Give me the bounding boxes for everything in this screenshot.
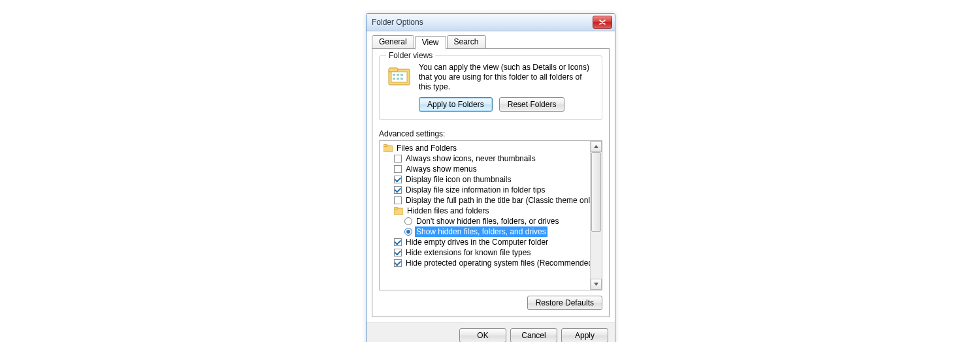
checkbox-icon[interactable] bbox=[394, 155, 402, 163]
opt-display-full-path[interactable]: Display the full path in the title bar (… bbox=[381, 195, 589, 206]
folder-icon bbox=[394, 207, 403, 215]
checkbox-icon[interactable] bbox=[394, 176, 402, 183]
reset-folders-button[interactable]: Reset Folders bbox=[499, 97, 565, 112]
svg-rect-1 bbox=[389, 68, 398, 72]
chevron-up-icon bbox=[594, 145, 598, 148]
dialog-button-row: OK Cancel Apply bbox=[367, 322, 615, 342]
folder-views-title: Folder views bbox=[386, 51, 435, 60]
opt-always-icons-label: Always show icons, never thumbnails bbox=[404, 153, 537, 164]
radio-icon[interactable] bbox=[404, 217, 412, 225]
titlebar[interactable]: Folder Options bbox=[367, 14, 615, 31]
opt-always-icons[interactable]: Always show icons, never thumbnails bbox=[381, 153, 589, 164]
chevron-down-icon bbox=[594, 283, 598, 286]
window-title: Folder Options bbox=[372, 18, 593, 27]
svg-rect-3 bbox=[393, 74, 395, 76]
svg-rect-10 bbox=[384, 145, 387, 147]
tab-view[interactable]: View bbox=[415, 36, 446, 50]
svg-rect-8 bbox=[400, 78, 403, 80]
folder-views-icon bbox=[386, 63, 412, 89]
tab-search[interactable]: Search bbox=[447, 35, 486, 49]
cancel-button[interactable]: Cancel bbox=[510, 328, 557, 342]
opt-always-menus-label: Always show menus bbox=[404, 164, 478, 174]
tree-scrollbar[interactable] bbox=[590, 141, 602, 290]
advanced-settings-label: Advanced settings: bbox=[379, 129, 602, 138]
checkbox-icon[interactable] bbox=[394, 259, 402, 267]
close-icon bbox=[599, 20, 606, 25]
folder-views-row: You can apply the view (such as Details … bbox=[386, 63, 595, 112]
opt-dont-show-hidden-label: Don't show hidden files, folders, or dri… bbox=[415, 216, 560, 226]
opt-show-hidden-label: Show hidden files, folders, and drives bbox=[415, 226, 547, 237]
folder-icon bbox=[384, 144, 393, 152]
opt-hide-protected[interactable]: Hide protected operating system files (R… bbox=[381, 258, 589, 268]
scroll-thumb[interactable] bbox=[591, 152, 601, 232]
opt-always-menus[interactable]: Always show menus bbox=[381, 164, 589, 174]
hidden-files-label: Hidden files and folders bbox=[406, 206, 490, 216]
opt-hide-empty-drives[interactable]: Hide empty drives in the Computer folder bbox=[381, 237, 589, 247]
opt-hide-extensions-label: Hide extensions for known file types bbox=[404, 247, 532, 258]
svg-rect-4 bbox=[397, 74, 399, 76]
tab-general[interactable]: General bbox=[372, 35, 414, 49]
client-area: General View Search Folder views bbox=[367, 31, 615, 322]
opt-display-full-path-label: Display the full path in the title bar (… bbox=[404, 195, 590, 206]
apply-button[interactable]: Apply bbox=[561, 328, 608, 342]
opt-hide-protected-label: Hide protected operating system files (R… bbox=[404, 258, 590, 268]
opt-hide-extensions[interactable]: Hide extensions for known file types bbox=[381, 247, 589, 258]
opt-display-icon-thumb-label: Display file icon on thumbnails bbox=[404, 174, 512, 185]
opt-display-size-tips[interactable]: Display file size information in folder … bbox=[381, 185, 589, 195]
opt-dont-show-hidden[interactable]: Don't show hidden files, folders, or dri… bbox=[381, 216, 589, 226]
tabstrip: General View Search bbox=[372, 35, 610, 49]
radio-icon[interactable] bbox=[404, 228, 412, 236]
scroll-track[interactable] bbox=[591, 152, 602, 279]
checkbox-icon[interactable] bbox=[394, 238, 402, 246]
checkbox-icon[interactable] bbox=[394, 249, 402, 256]
opt-display-icon-thumb[interactable]: Display file icon on thumbnails bbox=[381, 174, 589, 185]
checkbox-icon[interactable] bbox=[394, 165, 402, 173]
svg-rect-5 bbox=[400, 74, 403, 76]
svg-rect-7 bbox=[397, 78, 399, 80]
ok-button[interactable]: OK bbox=[459, 328, 506, 342]
advanced-settings-tree[interactable]: Files and Folders Always show icons, nev… bbox=[380, 141, 590, 290]
files-and-folders-label: Files and Folders bbox=[395, 143, 458, 153]
svg-rect-6 bbox=[393, 78, 395, 80]
folder-options-dialog: Folder Options General View Search Folde… bbox=[366, 13, 615, 342]
close-button[interactable] bbox=[593, 16, 612, 29]
opt-hide-empty-drives-label: Hide empty drives in the Computer folder bbox=[404, 237, 549, 247]
opt-display-size-tips-label: Display file size information in folder … bbox=[404, 185, 546, 195]
svg-rect-2 bbox=[391, 72, 407, 82]
svg-rect-12 bbox=[394, 208, 398, 210]
canvas: Folder Options General View Search Folde… bbox=[0, 0, 980, 342]
hidden-files-node[interactable]: Hidden files and folders bbox=[381, 206, 589, 216]
folder-views-column: You can apply the view (such as Details … bbox=[419, 63, 595, 112]
advanced-settings-tree-container: Files and Folders Always show icons, nev… bbox=[379, 140, 602, 290]
scroll-down-button[interactable] bbox=[591, 279, 602, 290]
folder-views-description: You can apply the view (such as Details … bbox=[419, 63, 595, 92]
folder-views-group: Folder views bbox=[379, 55, 602, 120]
files-and-folders-node[interactable]: Files and Folders bbox=[381, 143, 589, 153]
checkbox-icon[interactable] bbox=[394, 186, 402, 194]
tabpage-view: Folder views bbox=[372, 48, 610, 317]
restore-defaults-button[interactable]: Restore Defaults bbox=[527, 296, 602, 310]
opt-show-hidden[interactable]: Show hidden files, folders, and drives bbox=[381, 226, 589, 237]
apply-to-folders-button[interactable]: Apply to Folders bbox=[419, 97, 493, 112]
checkbox-icon[interactable] bbox=[394, 196, 402, 204]
scroll-up-button[interactable] bbox=[591, 141, 602, 152]
